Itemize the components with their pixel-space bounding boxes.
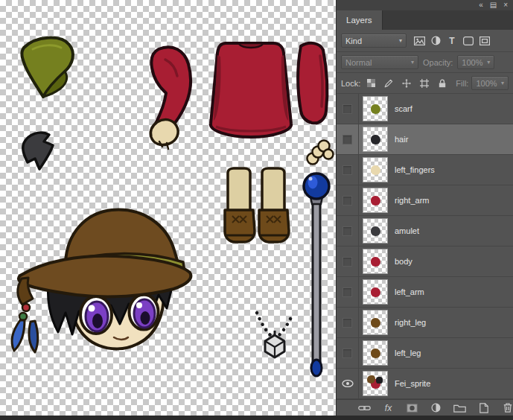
staff-sprite: [304, 174, 329, 376]
add-layer-mask-icon[interactable]: [405, 401, 420, 416]
left-fingers-sprite: [308, 141, 334, 165]
lock-all-icon[interactable]: [435, 76, 450, 91]
left-leg-sprite: [259, 168, 289, 242]
visibility-toggle[interactable]: [337, 308, 359, 337]
type-layer-filter-icon[interactable]: T: [445, 34, 459, 48]
right-arm-sprite: [298, 43, 327, 123]
kind-filter-dropdown[interactable]: Kind ▾: [341, 34, 407, 48]
hidden-eye-well: [342, 287, 352, 297]
photoshop-window: « ▤ × Layers Kind ▾ T: [0, 0, 513, 416]
layer-thumbnail[interactable]: [363, 157, 388, 182]
layer-row[interactable]: right_leg: [337, 308, 513, 338]
lock-pixels-icon[interactable]: [381, 76, 396, 91]
visibility-toggle[interactable]: [337, 338, 359, 368]
opacity-value[interactable]: 100% ▾: [457, 55, 494, 69]
hidden-eye-well: [342, 349, 352, 358]
adjustment-layer-filter-icon[interactable]: [428, 34, 443, 48]
layer-thumbnail[interactable]: [363, 188, 388, 213]
layer-thumbnail[interactable]: [363, 249, 388, 274]
layer-row[interactable]: hair: [337, 124, 513, 155]
hidden-eye-well: [342, 135, 352, 144]
chevron-down-icon: ▾: [411, 59, 414, 66]
new-layer-icon[interactable]: [477, 401, 491, 416]
chevron-down-icon: ▾: [501, 80, 504, 86]
sprite-sheet: [0, 0, 336, 416]
visibility-toggle[interactable]: [337, 185, 359, 215]
layer-thumbnail[interactable]: [363, 218, 388, 244]
visibility-toggle[interactable]: [337, 124, 359, 154]
visibility-toggle[interactable]: [337, 216, 359, 246]
hidden-eye-well: [342, 318, 352, 328]
lock-position-icon[interactable]: [399, 76, 414, 91]
layer-row[interactable]: scarf: [337, 94, 513, 124]
layer-name[interactable]: left_fingers: [395, 165, 435, 174]
layer-row[interactable]: left_arm: [337, 277, 513, 308]
blend-opacity-row: Normal ▾ Opacity: 100% ▾: [337, 52, 513, 73]
chevron-down-icon: ▾: [399, 37, 402, 44]
left-arm-sprite: [150, 47, 191, 149]
visibility-toggle[interactable]: [337, 277, 359, 307]
link-layers-icon[interactable]: [357, 401, 372, 416]
amulet-sprite: [257, 313, 293, 357]
layer-row[interactable]: Fei_sprite: [337, 369, 513, 399]
layer-thumbnail[interactable]: [363, 310, 388, 335]
tab-layers[interactable]: Layers: [337, 10, 383, 30]
lock-transparency-icon[interactable]: [363, 76, 378, 91]
opacity-value-text: 100%: [462, 58, 482, 67]
visibility-toggle[interactable]: [337, 155, 359, 185]
fill-value[interactable]: 100% ▾: [471, 76, 509, 90]
layer-name[interactable]: Fei_sprite: [395, 379, 430, 388]
shape-layer-filter-icon[interactable]: [461, 34, 476, 48]
hidden-eye-well: [342, 196, 352, 206]
layer-row[interactable]: left_fingers: [337, 155, 513, 185]
panel-menu-icon[interactable]: ▤: [490, 1, 497, 9]
smart-object-filter-icon[interactable]: [477, 34, 492, 48]
layer-name[interactable]: left_leg: [395, 349, 421, 357]
kind-label: Kind: [345, 36, 362, 45]
new-adjustment-layer-icon[interactable]: [429, 401, 444, 416]
visibility-toggle[interactable]: [337, 246, 359, 276]
layer-row[interactable]: right_arm: [337, 185, 513, 216]
panel-header-strip: « ▤ ×: [337, 0, 513, 10]
scarf-sprite: [22, 38, 73, 97]
hair-tuft-sprite: [23, 133, 53, 169]
layer-row[interactable]: body: [337, 246, 513, 277]
blend-mode-dropdown[interactable]: Normal ▾: [341, 55, 418, 69]
visibility-toggle[interactable]: [337, 94, 359, 124]
delete-layer-icon[interactable]: [500, 401, 513, 416]
layer-thumbnail[interactable]: [363, 279, 388, 305]
layer-name[interactable]: left_arm: [395, 287, 424, 296]
layer-name[interactable]: hair: [395, 135, 408, 144]
fill-value-text: 100%: [476, 79, 497, 88]
layer-name[interactable]: right_leg: [395, 318, 426, 327]
lock-artboard-icon[interactable]: [417, 76, 432, 91]
layer-style-icon[interactable]: fx: [381, 401, 396, 416]
panel-tabbar: Layers: [337, 10, 513, 30]
hidden-eye-well: [342, 165, 352, 175]
layer-thumbnail[interactable]: [363, 96, 388, 121]
character-head-sprite: [12, 210, 191, 352]
layer-filter-row: Kind ▾ T: [337, 30, 513, 52]
document-canvas[interactable]: [0, 0, 336, 416]
close-panel-icon[interactable]: ×: [503, 1, 508, 9]
visibility-toggle[interactable]: [337, 369, 359, 398]
new-group-icon[interactable]: [453, 401, 468, 416]
red-bead: [22, 304, 30, 311]
layer-name[interactable]: right_arm: [395, 196, 429, 205]
layer-thumbnail[interactable]: [363, 340, 388, 366]
layer-thumbnail[interactable]: [363, 127, 388, 152]
right-eye: [130, 295, 159, 330]
layer-name[interactable]: scarf: [395, 104, 412, 113]
hat-brim: [19, 256, 191, 297]
layer-name[interactable]: body: [395, 257, 412, 266]
layer-row[interactable]: left_leg: [337, 338, 513, 369]
window-bottom-edge: [0, 416, 513, 420]
pixel-layer-filter-icon[interactable]: [412, 34, 427, 48]
chevron-down-icon: ▾: [487, 59, 490, 66]
fill-label: Fill:: [456, 79, 468, 88]
layer-thumbnail[interactable]: [363, 371, 388, 396]
right-leg-sprite: [225, 168, 255, 242]
collapse-panel-icon[interactable]: «: [479, 1, 483, 9]
layer-row[interactable]: amulet: [337, 216, 513, 246]
layer-name[interactable]: amulet: [395, 226, 419, 235]
